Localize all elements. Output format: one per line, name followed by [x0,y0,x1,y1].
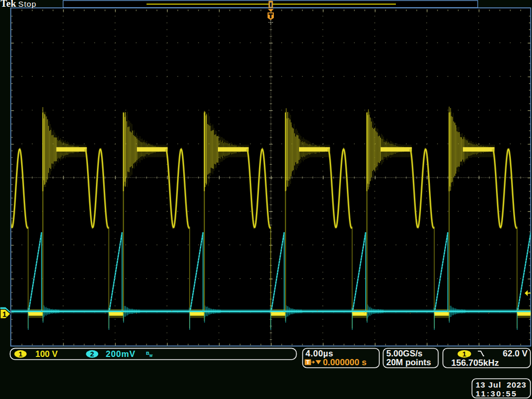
svg-text:4.00µs: 4.00µs [305,349,334,358]
svg-text:T: T [306,359,310,365]
svg-text:20M points: 20M points [387,357,431,367]
svg-text:0.000000 s: 0.000000 s [323,357,367,367]
svg-text:1: 1 [19,350,23,358]
svg-text:Tek: Tek [1,0,16,9]
svg-text:W: W [150,354,153,357]
svg-text:100 V: 100 V [35,349,58,358]
svg-text:1: 1 [462,350,467,358]
svg-text:11:30:55: 11:30:55 [476,389,517,398]
svg-text:Stop: Stop [18,0,36,8]
svg-text:200mV: 200mV [106,349,136,358]
svg-text:5.00GS/s: 5.00GS/s [387,349,423,358]
svg-text:62.0 V: 62.0 V [503,349,528,358]
svg-text:156.705kHz: 156.705kHz [451,358,499,368]
svg-text:2: 2 [90,350,95,358]
svg-text:13 Jul 2023: 13 Jul 2023 [476,380,527,389]
svg-text:1: 1 [3,310,7,318]
